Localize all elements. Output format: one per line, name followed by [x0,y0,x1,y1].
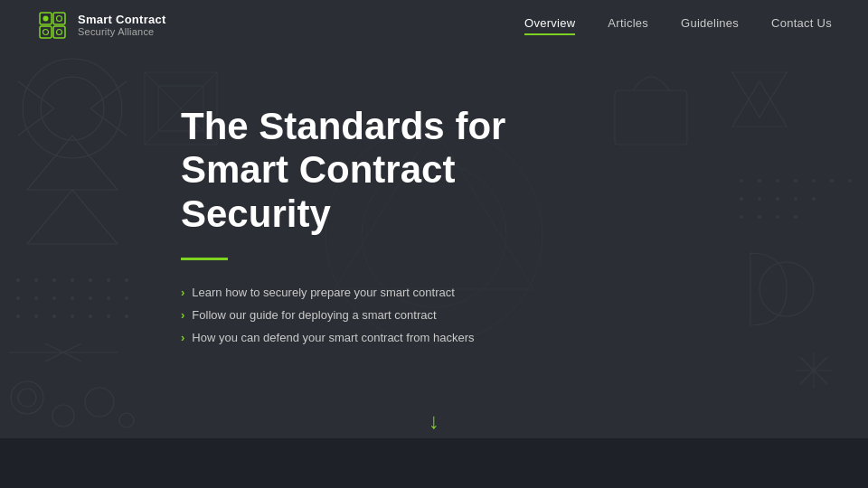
chevron-right-icon: › [181,286,184,298]
hero-title-line3: Security [181,192,331,235]
list-item-text: How you can defend your smart contract f… [192,331,474,344]
svg-rect-63 [53,13,65,24]
nav-item-contact-us[interactable]: Contact Us [771,16,832,35]
hero-title-line2: Smart Contract [181,148,455,191]
list-item-text: Follow our guide for deploying a smart c… [192,308,436,322]
svg-point-66 [43,16,49,22]
svg-rect-64 [40,26,52,38]
hero-divider [181,258,228,260]
list-item: › Learn how to securely prepare your sma… [181,286,868,299]
list-item-text: Learn how to securely prepare your smart… [192,286,454,299]
hero-title: The Standards for Smart Contract Securit… [181,105,524,236]
hero-section: The Standards for Smart Contract Securit… [0,51,868,344]
svg-point-67 [57,16,62,22]
list-item: › Follow our guide for deploying a smart… [181,308,868,322]
nav-item-articles[interactable]: Articles [608,16,648,35]
hero-title-line1: The Standards for [181,105,505,147]
chevron-right-icon: › [181,309,184,321]
logo-text-main: Smart Contract [78,13,166,27]
arrow-down-icon: ↓ [429,408,439,433]
nav-item-overview[interactable]: Overview [524,16,575,35]
svg-point-68 [43,30,49,35]
logo-text-sub: Security Alliance [78,26,166,38]
chevron-right-icon: › [181,332,184,343]
svg-rect-65 [53,26,65,38]
bottom-section [0,438,868,488]
scroll-down-button[interactable]: ↓ [429,408,439,434]
logo-icon [36,9,69,42]
logo: Smart Contract Security Alliance [36,9,166,42]
svg-point-69 [57,30,62,35]
logo-text: Smart Contract Security Alliance [78,13,166,39]
list-item: › How you can defend your smart contract… [181,331,868,344]
hero-list: › Learn how to securely prepare your sma… [181,286,868,344]
nav: Overview Articles Guidelines Contact Us [524,16,832,35]
header: Smart Contract Security Alliance Overvie… [0,0,868,51]
nav-item-guidelines[interactable]: Guidelines [681,16,739,35]
